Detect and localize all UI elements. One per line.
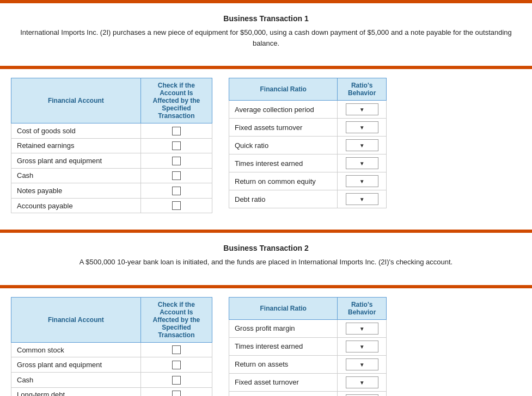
ratio-dropdown-cell[interactable]: ▼: [338, 355, 387, 373]
table-row: Times interest earned ▼: [229, 154, 387, 172]
checkbox[interactable]: [172, 187, 181, 195]
table-row: Quick ratio ▼: [229, 137, 387, 154]
account-table-header1: Financial Account: [11, 78, 141, 123]
checkbox[interactable]: [172, 201, 181, 210]
behavior-dropdown[interactable]: ▼: [346, 358, 378, 370]
transaction1-ratio-table: Financial Ratio Ratio's Behavior Average…: [229, 78, 387, 208]
table-row: Fixed asset turnover ▼: [229, 373, 387, 391]
ratio-dropdown-cell[interactable]: ▼: [338, 101, 387, 119]
behavior-dropdown[interactable]: ▼: [346, 323, 378, 335]
behavior-dropdown[interactable]: ▼: [346, 103, 378, 115]
transaction2-account-table: Financial Account Check if the Account I…: [11, 297, 212, 396]
transaction2-ratio-table: Financial Ratio Ratio's Behavior Gross p…: [229, 297, 387, 396]
checkbox[interactable]: [172, 391, 181, 396]
account-checkbox-cell[interactable]: [140, 168, 212, 183]
table-row: Cash: [11, 373, 212, 388]
table-row: Debt ratio ▼: [229, 190, 387, 208]
ratio-table-header2: Ratio's Behavior: [338, 78, 387, 101]
account-label: Gross plant and equipment: [11, 153, 141, 169]
ratio-label: Quick ratio: [229, 137, 338, 154]
behavior-dropdown[interactable]: ▼: [346, 193, 378, 205]
account-checkbox-cell[interactable]: [140, 373, 212, 388]
behavior-dropdown[interactable]: ▼: [346, 376, 378, 388]
transaction2-section: Business Transaction 2 A $500,000 10-yea…: [0, 233, 532, 285]
ratio-dropdown-cell[interactable]: ▼: [338, 154, 387, 172]
account-label: Cash: [11, 168, 141, 183]
account-label: Cash: [11, 373, 141, 388]
table-row: Return on common equity ▼: [229, 172, 387, 190]
checkbox[interactable]: [172, 171, 181, 180]
account-label: Common stock: [11, 342, 141, 357]
behavior-dropdown[interactable]: ▼: [346, 157, 378, 169]
table-row: Long-term debt: [11, 387, 212, 396]
transaction1-title: Business Transaction 1: [11, 14, 521, 23]
account-checkbox-cell[interactable]: [140, 138, 212, 153]
ratio-label: Operating profit margin: [229, 391, 338, 396]
checkbox[interactable]: [172, 361, 181, 369]
account-label: Gross plant and equipment: [11, 357, 141, 373]
account-checkbox-cell[interactable]: [140, 153, 212, 169]
account-label: Long-term debt: [11, 387, 141, 396]
account-label: Notes payable: [11, 183, 141, 199]
t2-account-table-header2: Check if the Account Is Affected by the …: [140, 297, 212, 342]
ratio-table-header1: Financial Ratio: [229, 78, 338, 101]
account-label: Accounts payable: [11, 198, 141, 213]
table-row: Fixed assets turnover ▼: [229, 119, 387, 137]
transaction1-description: International Imports Inc. (2I) purchase…: [11, 27, 521, 48]
account-checkbox-cell[interactable]: [140, 357, 212, 373]
ratio-dropdown-cell[interactable]: ▼: [338, 172, 387, 190]
account-checkbox-cell[interactable]: [140, 123, 212, 139]
ratio-dropdown-cell[interactable]: ▼: [338, 337, 387, 355]
account-checkbox-cell[interactable]: [140, 342, 212, 357]
behavior-dropdown[interactable]: ▼: [346, 139, 378, 151]
ratio-label: Times interest earned: [229, 154, 338, 172]
checkbox[interactable]: [172, 157, 181, 165]
behavior-dropdown[interactable]: ▼: [346, 175, 378, 187]
checkbox[interactable]: [172, 127, 181, 135]
t2-ratio-table-header2: Ratio's Behavior: [338, 297, 387, 319]
table-row: Cash: [11, 168, 212, 183]
chevron-down-icon: ▼: [346, 341, 378, 352]
table-row: Cost of goods sold: [11, 123, 212, 139]
ratio-dropdown-cell[interactable]: ▼: [338, 319, 387, 337]
ratio-label: Fixed assets turnover: [229, 119, 338, 137]
account-label: Retained earnings: [11, 138, 141, 153]
chevron-down-icon: ▼: [346, 323, 378, 334]
behavior-dropdown[interactable]: ▼: [346, 341, 378, 352]
table-row: Gross plant and equipment: [11, 153, 212, 169]
chevron-down-icon: ▼: [346, 122, 378, 133]
behavior-dropdown[interactable]: ▼: [346, 121, 378, 133]
ratio-label: Average collection period: [229, 101, 338, 119]
account-checkbox-cell[interactable]: [140, 198, 212, 213]
table-row: Common stock: [11, 342, 212, 357]
table-row: Notes payable: [11, 183, 212, 199]
table-row: Operating profit margin ▼: [229, 391, 387, 396]
ratio-dropdown-cell[interactable]: ▼: [338, 190, 387, 208]
checkbox[interactable]: [172, 141, 181, 150]
ratio-dropdown-cell[interactable]: ▼: [338, 391, 387, 396]
table-row: Accounts payable: [11, 198, 212, 213]
account-label: Cost of goods sold: [11, 123, 141, 139]
table-row: Return on assets ▼: [229, 355, 387, 373]
table-row: Gross plant and equipment: [11, 357, 212, 373]
table-row: Gross profit margin ▼: [229, 319, 387, 337]
table-row: Average collection period ▼: [229, 101, 387, 119]
transaction2-tables: Financial Account Check if the Account I…: [0, 297, 532, 396]
account-checkbox-cell[interactable]: [140, 183, 212, 199]
ratio-label: Return on assets: [229, 355, 338, 373]
chevron-down-icon: ▼: [346, 359, 378, 370]
t2-account-table-header1: Financial Account: [11, 297, 141, 342]
account-table-header2: Check if the Account Is Affected by the …: [140, 78, 212, 123]
checkbox[interactable]: [172, 376, 181, 385]
account-checkbox-cell[interactable]: [140, 387, 212, 396]
chevron-down-icon: ▼: [346, 377, 378, 388]
transaction1-account-table: Financial Account Check if the Account I…: [11, 78, 212, 213]
checkbox[interactable]: [172, 345, 181, 354]
transaction2-description: A $500,000 10-year bank loan is initiate…: [11, 257, 521, 268]
ratio-dropdown-cell[interactable]: ▼: [338, 373, 387, 391]
ratio-label: Gross profit margin: [229, 319, 338, 337]
transaction1-tables: Financial Account Check if the Account I…: [0, 78, 532, 213]
transaction1-section: Business Transaction 1 International Imp…: [0, 3, 532, 66]
ratio-dropdown-cell[interactable]: ▼: [338, 137, 387, 154]
ratio-dropdown-cell[interactable]: ▼: [338, 119, 387, 137]
